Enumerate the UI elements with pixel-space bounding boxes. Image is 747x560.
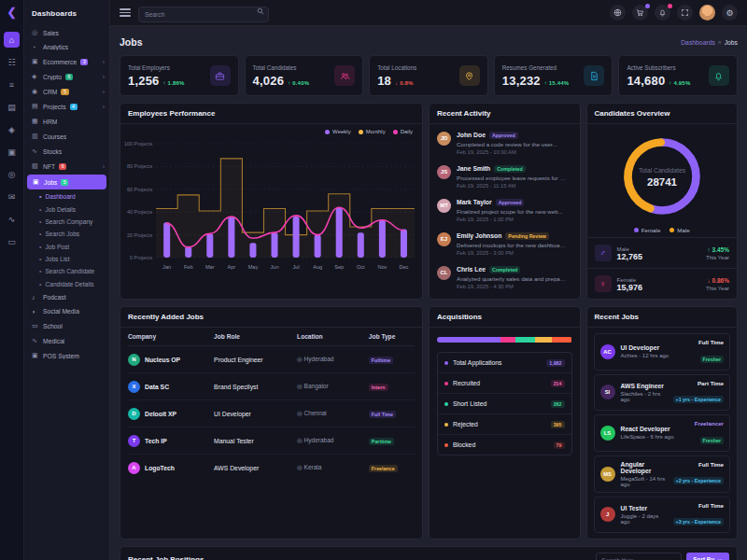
location-icon xyxy=(464,71,474,81)
sidebar-item-school[interactable]: ▭School xyxy=(24,318,109,333)
activity-item[interactable]: EJEmily JohnsonPending ReviewDelivered m… xyxy=(437,227,572,260)
sidebar-subitem-search-candidate[interactable]: •Search Candidate xyxy=(24,265,109,277)
recently-added-jobs-card: Recently Added Jobs CompanyJob RoleLocat… xyxy=(120,306,423,539)
card-title: Employees Performance xyxy=(128,109,215,118)
sidebar-item-stocks[interactable]: ∿Stocks xyxy=(24,144,109,159)
acquisition-row-short-listed: Short Listed262 xyxy=(438,394,571,414)
card-title: Candidates Overview xyxy=(595,109,670,118)
stat-card-total-candidates: Total Candidates4,026↑ 0.40% xyxy=(245,55,364,96)
recent-job-react-developer[interactable]: LSReact DeveloperLifeSpace - 6 hrs agoFr… xyxy=(594,414,731,452)
message-icon[interactable]: ✉ xyxy=(4,189,20,204)
donut-legend: FemaleMale xyxy=(634,227,690,233)
cart-icon[interactable] xyxy=(632,5,648,21)
globe-icon[interactable] xyxy=(610,5,626,21)
topbar: ⚙ xyxy=(110,0,747,26)
avatar: CL xyxy=(437,266,451,280)
diamond-icon[interactable]: ◈ xyxy=(4,121,20,137)
svg-text:Nov: Nov xyxy=(377,264,387,270)
job-row-nucleus-op[interactable]: NNucleus OPProduct Engineer◎ HyderabadFu… xyxy=(128,346,415,373)
layers-icon[interactable]: ≡ xyxy=(4,77,20,92)
sidebar-subitem-search-jobs[interactable]: •Search Jobs xyxy=(24,228,109,240)
sidebar-item-crm[interactable]: ◉CRM5› xyxy=(24,84,109,99)
sidebar-item-medical[interactable]: ∿Medical xyxy=(24,333,109,348)
male-icon: ♂ xyxy=(595,245,612,261)
breadcrumb: Dashboards»Jobs xyxy=(681,39,738,46)
recent-job-ui-tester[interactable]: JUI TesterJoggle - 2 days agoFull Time+3… xyxy=(594,497,731,534)
job-row-tech-ip[interactable]: TTech IPManual Tester◎ HyderabadParttime xyxy=(128,427,415,455)
home-icon[interactable]: ⌂ xyxy=(4,32,20,48)
sidebar-subitem-search-company[interactable]: •Search Company xyxy=(24,216,109,228)
sort-by-button[interactable]: Sort By xyxy=(686,553,729,560)
postings-search-input[interactable] xyxy=(596,553,682,560)
wallet-icon[interactable]: ▭ xyxy=(4,233,20,249)
sidebar-subitem-candidate-details[interactable]: •Candidate Details xyxy=(24,278,109,290)
svg-text:Feb: Feb xyxy=(184,264,193,270)
settings-icon[interactable]: ⚙ xyxy=(722,5,738,21)
user-avatar[interactable] xyxy=(699,5,715,21)
sidebar-item-courses[interactable]: ▥Courses xyxy=(24,129,109,144)
sidebar-item-ecommerce[interactable]: ▣Ecommerce3› xyxy=(24,54,109,69)
svg-text:20 Projects: 20 Projects xyxy=(127,232,152,238)
svg-text:Dec: Dec xyxy=(399,264,408,270)
compass-icon[interactable]: ◎ xyxy=(4,166,20,182)
grid-icon[interactable]: ☷ xyxy=(4,54,20,70)
svg-text:Jun: Jun xyxy=(270,264,278,270)
job-row-delooit-xp[interactable]: DDelooit XPUI Developer◎ ChennaiFull Tim… xyxy=(128,400,415,427)
stat-card-resumes-generated: Resumes Generated13,232↑ 15.44% xyxy=(494,55,613,96)
sidebar-item-podcast[interactable]: ♪Podcast xyxy=(24,290,109,304)
svg-text:May: May xyxy=(248,264,259,270)
avatar: SI xyxy=(600,385,615,399)
avatar: MS xyxy=(600,467,615,482)
job-row-data-sc[interactable]: XData SCBrand Specilyst◎ BangalorIntern xyxy=(128,373,415,400)
svg-text:Mar: Mar xyxy=(205,264,215,270)
stats-row: Total Employers1,256↑ 1.86%Total Candida… xyxy=(120,55,738,96)
page-title: Jobs xyxy=(120,36,143,48)
recent-job-ui-developer[interactable]: ACUI DeveloperAchies - 12 hrs agoFull Ti… xyxy=(594,333,731,371)
sidebar-subitem-job-details[interactable]: •Job Details xyxy=(24,203,109,215)
breadcrumb-root[interactable]: Dashboards xyxy=(681,39,715,46)
gift-icon[interactable]: ▣ xyxy=(4,144,20,160)
card-title: Recent Activity xyxy=(437,109,491,118)
sidebar-item-crypto[interactable]: ◈Crypto6› xyxy=(24,69,109,84)
activity-item[interactable]: JSJane SmithCompletedProcessed employee … xyxy=(437,160,572,193)
sidebar-item-social-media[interactable]: ◗Social Media xyxy=(24,304,109,318)
activity-item[interactable]: MTMark TaylorApprovedFinalized project s… xyxy=(437,193,572,227)
brand-logo-icon[interactable]: ❮ xyxy=(7,6,16,19)
bell-icon[interactable] xyxy=(655,5,670,21)
svg-text:Total Candidates: Total Candidates xyxy=(639,167,686,174)
file-icon[interactable]: ▤ xyxy=(4,99,20,115)
sidebar-item-sales[interactable]: ◎Sales xyxy=(24,25,109,40)
activity-item[interactable]: JDJohn DoeApprovedCompleted a code revie… xyxy=(437,126,572,160)
fullscreen-icon[interactable] xyxy=(677,5,693,21)
main-content: Jobs Dashboards»Jobs Total Employers1,25… xyxy=(110,26,747,560)
avatar: JD xyxy=(437,132,451,146)
search-icon[interactable] xyxy=(257,7,264,15)
resume-icon xyxy=(589,71,599,81)
recent-job-angular-developer[interactable]: MSAngular DeveloperMegaSoft - 14 hrs ago… xyxy=(594,455,731,493)
sidebar-item-pos-system[interactable]: ▣POS System xyxy=(24,348,109,363)
briefcase-icon xyxy=(215,71,225,81)
card-title: Acquisitions xyxy=(437,313,482,321)
hamburger-icon[interactable] xyxy=(120,8,131,16)
chart-icon[interactable]: ∿ xyxy=(4,211,20,227)
sidebar-item-projects[interactable]: ▤Projects4› xyxy=(24,99,109,114)
job-row-logotech[interactable]: ALogoTechAWS Developer◎ KeralaFreelance xyxy=(128,455,415,481)
avatar: LS xyxy=(600,426,615,441)
company-logo: A xyxy=(128,462,140,474)
sidebar-subitem-jobs-list[interactable]: •Jobs List xyxy=(24,253,109,265)
activity-item[interactable]: CLChris LeeCompletedAnalyzed quarterly s… xyxy=(437,260,572,294)
sidebar-subitem-job-post[interactable]: •Job Post xyxy=(24,241,109,253)
sidebar-item-analytics[interactable]: ◔Analytics xyxy=(24,40,109,54)
acquisition-row-total-applications: Total Applications1,982 xyxy=(438,353,571,373)
sidebar-item-nft[interactable]: ▧NFT6› xyxy=(24,159,109,174)
sidebar: Dashboards ◎Sales◔Analytics▣Ecommerce3›◈… xyxy=(24,0,110,560)
stat-card-active-subscribers: Active Subscribers14,680↑ 4.95% xyxy=(618,55,738,96)
search-input[interactable] xyxy=(138,7,269,22)
acquisitions-progress-bar xyxy=(437,337,572,343)
sidebar-item-jobs[interactable]: ▣Jobs5 xyxy=(27,175,106,189)
sidebar-item-hrm[interactable]: ▦HRM xyxy=(24,114,109,129)
recent-job-aws-engineer[interactable]: SIAWS EngineerSlachiles - 2 hrs agoPart … xyxy=(594,374,731,412)
company-logo: X xyxy=(128,381,140,393)
company-logo: D xyxy=(128,408,140,420)
sidebar-subitem-dashboard[interactable]: •Dashboard xyxy=(24,190,109,203)
